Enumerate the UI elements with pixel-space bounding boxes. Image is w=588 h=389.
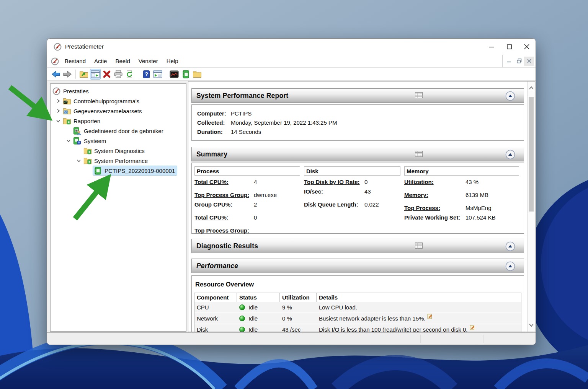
performance-monitor-button[interactable] (169, 69, 180, 80)
menu-item-actie[interactable]: Actie (90, 56, 111, 66)
summary-label-link[interactable]: Utilization: (404, 179, 466, 185)
tree-node[interactable]: Prestaties (52, 86, 91, 96)
close-button[interactable] (518, 39, 536, 55)
tree-node[interactable]: Controlehulpprogramma's (62, 96, 141, 106)
tree-node[interactable]: Systeem (72, 136, 108, 145)
chevron-down-icon[interactable] (64, 138, 72, 144)
summary-value: 0 (254, 214, 257, 221)
summary-label: Private Working Set: (404, 214, 466, 221)
chevron-right-icon[interactable] (54, 108, 62, 114)
summary-value: 4 (254, 179, 257, 185)
collapse-section-button[interactable] (505, 241, 515, 251)
tree-item-pctips-20220919-000001[interactable]: PCTIPS_20220919-000001 (51, 166, 186, 176)
book-user-icon (73, 127, 82, 135)
summary-value: 2 (254, 201, 257, 208)
summary-label-link[interactable]: Top Process Group: (194, 192, 254, 198)
column-header-status: Status (237, 293, 280, 302)
tree-item-label: PCTIPS_20220919-000001 (105, 168, 175, 174)
green-book-icon (182, 70, 189, 78)
component-cell: Disk (194, 324, 237, 332)
scrollbar-thumb[interactable] (529, 97, 534, 212)
status-cell: Idle (237, 302, 280, 313)
section-performance[interactable]: Performance (191, 259, 524, 273)
summary-label-link[interactable]: Memory: (404, 192, 466, 198)
refresh-button[interactable] (124, 69, 135, 80)
tree-item-label: Rapporten (74, 118, 100, 124)
note-icon[interactable] (427, 314, 433, 320)
tree-item-gedefinieerd-door-de-gebruiker[interactable]: Gedefinieerd door de gebruiker (51, 126, 186, 136)
details-cell: Busiest network adapter is less than 15%… (317, 313, 521, 324)
vertical-scrollbar[interactable] (527, 81, 535, 332)
summary-column-header: Process (194, 166, 300, 176)
mdi-close-button[interactable] (524, 57, 534, 66)
back-button[interactable] (51, 69, 61, 80)
delete-button[interactable] (101, 69, 112, 80)
new-window-button[interactable] (152, 69, 163, 80)
summary-value: 43 % (466, 179, 479, 185)
menu-item-venster[interactable]: Venster (134, 56, 162, 66)
section-system-performance-report[interactable]: System Performance Report (191, 88, 524, 103)
tree-item-rapporten[interactable]: Rapporten (51, 116, 186, 126)
summary-column-header: Memory (404, 166, 519, 176)
collapse-section-button[interactable] (505, 91, 515, 101)
report-view-button[interactable] (180, 69, 191, 80)
tree-item-prestaties[interactable]: Prestaties (51, 86, 186, 96)
export-button[interactable] (78, 69, 89, 80)
table-view-icon[interactable] (415, 151, 423, 158)
section-diagnostic-results[interactable]: Diagnostic Results (191, 239, 524, 253)
section-summary[interactable]: Summary (191, 147, 524, 161)
svg-text:?: ? (145, 71, 148, 77)
folder-icon (193, 70, 202, 78)
chevron-down-icon[interactable] (54, 118, 62, 124)
summary-label-link[interactable]: Top Process Group: (194, 227, 254, 234)
maximize-button[interactable] (500, 39, 518, 55)
summary-label-link[interactable]: Disk Queue Length: (304, 201, 364, 208)
summary-label-link[interactable]: Top Process: (404, 205, 466, 211)
summary-label-link[interactable]: Total CPU%: (194, 214, 254, 221)
tree-node[interactable]: System Diagnostics (83, 146, 147, 155)
summary-label-link[interactable]: Top Disk by IO Rate: (304, 179, 364, 185)
resource-overview-table: ComponentStatusUtilizationDetails CPUIdl… (194, 293, 521, 332)
utilization-cell: 9 % (280, 302, 317, 313)
folder-report-icon (83, 147, 92, 155)
table-header-row: ComponentStatusUtilizationDetails (194, 293, 521, 302)
menu-item-bestand[interactable]: Bestand (60, 56, 90, 66)
tree-item-systeem[interactable]: Systeem (51, 136, 186, 146)
summary-value: 0 (364, 179, 368, 185)
details-text: Disk I/O is less than 100 (read/write) p… (319, 326, 468, 332)
table-view-icon[interactable] (415, 243, 423, 250)
print-button[interactable] (113, 69, 124, 80)
forward-button[interactable] (62, 69, 73, 80)
tree-item-system-diagnostics[interactable]: System Diagnostics (51, 146, 186, 156)
table-row-disk: DiskIdle43 /secDisk I/O is less than 100… (194, 324, 521, 332)
folder-view-button[interactable] (192, 69, 203, 80)
summary-row: Group CPU%:2 (194, 201, 300, 208)
menu-item-beeld[interactable]: Beeld (111, 56, 134, 66)
tree-item-gegevensverzamelaarsets[interactable]: Gegevensverzamelaarsets (51, 106, 186, 116)
collapse-section-button[interactable] (505, 261, 515, 271)
tree-node[interactable]: PCTIPS_20220919-000001 (93, 166, 177, 175)
tree-node[interactable]: Gegevensverzamelaarsets (62, 106, 144, 116)
minimize-button[interactable] (483, 39, 500, 55)
tree-item-controlehulpprogramma-s[interactable]: Controlehulpprogramma's (51, 96, 186, 106)
summary-column-disk: DiskTop Disk by IO Rate:0IO/sec:43Disk Q… (304, 166, 400, 233)
scroll-down-icon[interactable] (528, 321, 535, 329)
mdi-minimize-button[interactable] (504, 57, 514, 66)
chevron-right-icon[interactable] (54, 98, 62, 104)
collapse-section-button[interactable] (505, 150, 515, 160)
scroll-up-icon[interactable] (528, 84, 535, 92)
menu-item-help[interactable]: Help (162, 56, 183, 66)
mdi-restore-button[interactable] (514, 57, 524, 66)
note-icon[interactable] (470, 325, 475, 331)
help-button[interactable]: ? (141, 69, 152, 80)
title-bar[interactable]: Prestatiemeter (47, 39, 536, 55)
toggle-console-tree-button[interactable] (90, 69, 101, 80)
tree-node[interactable]: System Performance (83, 156, 150, 165)
tree-item-system-performance[interactable]: System Performance (51, 156, 186, 166)
tree-node[interactable]: Gedefinieerd door de gebruiker (72, 126, 165, 135)
tree-node[interactable]: Rapporten (62, 116, 102, 125)
table-view-icon[interactable] (415, 92, 423, 100)
chevron-down-icon[interactable] (75, 158, 83, 164)
info-field-value: Monday, September 19, 2022 1:43:25 PM (231, 118, 337, 127)
summary-label-link[interactable]: Total CPU%: (194, 179, 254, 185)
